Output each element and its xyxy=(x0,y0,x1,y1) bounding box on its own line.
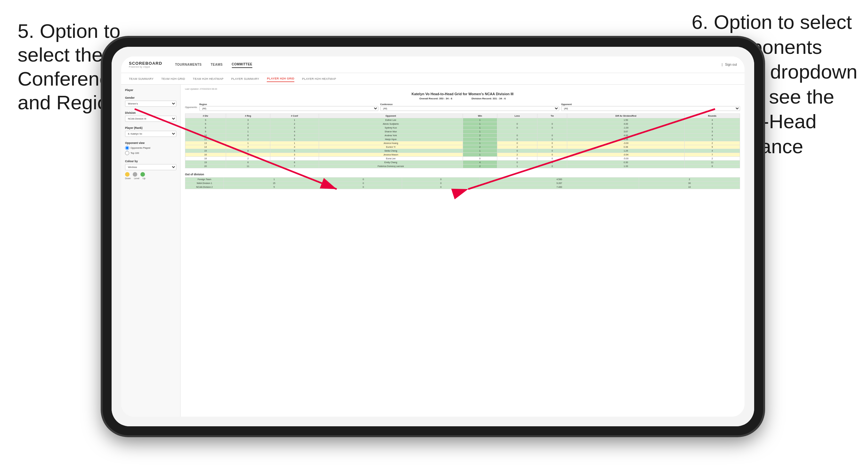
sidebar-colour-label: Colour by xyxy=(125,160,176,163)
cell-reg: 11 xyxy=(226,164,270,168)
cell-div: 9 xyxy=(185,130,226,134)
sidebar-gender-select[interactable]: Women's xyxy=(125,101,176,107)
sidebar-colour-select[interactable]: Win/loss xyxy=(125,164,176,170)
cell-opponent: Andrea York xyxy=(319,134,463,137)
cell-out-loss: 0 xyxy=(324,185,402,189)
cell-diff: 0.30 xyxy=(567,161,685,164)
cell-rounds: 3 xyxy=(685,130,740,134)
sidebar-player-rank-section: Player (Rank) 8. Katelyn Vo xyxy=(125,126,176,137)
nav-tournaments[interactable]: TOURNAMENTS xyxy=(175,62,202,68)
subnav-team-h2h-grid[interactable]: TEAM H2H GRID xyxy=(161,76,185,82)
nav-teams[interactable]: TEAMS xyxy=(211,62,223,68)
cell-tie: 0 xyxy=(537,157,567,161)
cell-diff: -5.00 xyxy=(567,157,685,161)
cell-opponent: Federica Domecq Lacroze xyxy=(319,164,463,168)
subnav-player-summary[interactable]: PLAYER SUMMARY xyxy=(231,76,259,82)
cell-rounds: 4 xyxy=(685,118,740,122)
cell-reg: 6 xyxy=(226,134,270,137)
cell-outname: Foreign Team xyxy=(185,178,224,181)
cell-tie xyxy=(537,118,567,122)
nav-separator: | xyxy=(722,63,723,66)
cell-diff: -3.00 xyxy=(567,142,685,145)
cell-loss: 2 xyxy=(497,153,537,157)
filter-row: Opponents: Region (All) Conference ( xyxy=(185,103,740,111)
cell-diff: 3.33 xyxy=(567,137,685,142)
cell-reg: 7 xyxy=(226,145,270,149)
subnav-player-h2h-heatmap[interactable]: PLAYER H2H HEATMAP xyxy=(302,76,336,82)
table-row: 9 1 4 Sharon Mun 1 3.67 3 xyxy=(185,130,740,134)
cell-out-rounds: 10 xyxy=(639,185,740,189)
cell-reg: 1 xyxy=(226,130,270,134)
sidebar-division-select[interactable]: NCAA Division III xyxy=(125,116,176,122)
filter-region-group: Region (All) xyxy=(199,103,378,111)
cell-conf: 3 xyxy=(270,153,319,157)
cell-opponent: Esther Lee xyxy=(319,118,463,122)
sidebar-radio-top100[interactable]: Top 100 xyxy=(125,151,176,155)
cell-rounds: 3 xyxy=(685,137,740,142)
sidebar-radio-opponents-played[interactable]: Opponents Played xyxy=(125,146,176,150)
cell-div: 3 xyxy=(185,118,226,122)
cell-out-tie: 0 xyxy=(402,185,480,189)
table-row: 18 2 2 Euna Lee 0 0 0 -5.00 2 xyxy=(185,157,740,161)
col-win: Win xyxy=(463,114,497,118)
sidebar-player-rank-select[interactable]: 8. Katelyn Vo xyxy=(125,131,176,137)
cell-loss: 0 xyxy=(497,137,537,142)
col-diff: Diff Av Strokes/Rnd xyxy=(567,114,685,118)
sidebar-gender-section: Gender Women's xyxy=(125,96,176,107)
table-row: 6 3 3 Sydney Kuo 1 0 0 -1.00 3 xyxy=(185,126,740,130)
cell-opponent: Euna Lee xyxy=(319,157,463,161)
subnav-team-summary[interactable]: TEAM SUMMARY xyxy=(129,76,154,82)
record-row: Overall Record: 353 - 34 - 6 Division Re… xyxy=(185,97,740,100)
cell-conf: 4 xyxy=(270,145,319,149)
filter-region-select[interactable]: (All) xyxy=(199,106,378,111)
cell-out-tie: 0 xyxy=(402,178,480,181)
main-content: Player Gender Women's Division NCAA Divi… xyxy=(121,85,745,417)
cell-div: 15 xyxy=(185,149,226,153)
cell-tie xyxy=(537,130,567,134)
cell-tie: 0 xyxy=(537,161,567,164)
cell-out-rounds: 30 xyxy=(639,181,740,185)
col-loss: Loss xyxy=(497,114,537,118)
cell-out-diff: 9.267 xyxy=(480,181,639,185)
sub-nav: TEAM SUMMARY TEAM H2H GRID TEAM H2H HEAT… xyxy=(121,73,745,85)
cell-win: 2 xyxy=(463,145,497,149)
sidebar-opponent-view-label: Opponent view xyxy=(125,142,176,145)
cell-rounds: 4 xyxy=(685,134,740,137)
cell-win: 1 xyxy=(463,153,497,157)
subnav-player-h2h-grid[interactable]: PLAYER H2H GRID xyxy=(267,75,294,82)
cell-tie: 0 xyxy=(537,126,567,130)
col-rounds: Rounds xyxy=(685,114,740,118)
col-tie: Tie xyxy=(537,114,567,118)
cell-tie: 0 xyxy=(537,134,567,137)
cell-win: 1 xyxy=(463,130,497,134)
brand-name: SCOREBOARD xyxy=(129,61,162,66)
sidebar-gender-label: Gender xyxy=(125,96,176,99)
sign-out-link[interactable]: Sign out xyxy=(725,63,737,66)
nav-committee[interactable]: COMMITTEE xyxy=(232,61,253,68)
cell-tie: 0 xyxy=(537,142,567,145)
cell-rounds: 3 xyxy=(685,122,740,126)
brand: SCOREBOARD Powered by clippd xyxy=(129,61,162,68)
cell-reg: 2 xyxy=(226,157,270,161)
tablet-screen: SCOREBOARD Powered by clippd TOURNAMENTS… xyxy=(112,47,754,426)
cell-opponent: Sharon Mun xyxy=(319,130,463,134)
sidebar: Player Gender Women's Division NCAA Divi… xyxy=(121,85,181,417)
subnav-team-h2h-heatmap[interactable]: TEAM H2H HEATMAP xyxy=(193,76,223,82)
cell-div: 20 xyxy=(185,164,226,168)
cell-opponent: Sydney Kuo xyxy=(319,126,463,130)
cell-win: 2 xyxy=(463,164,497,168)
cell-diff: 4.00 xyxy=(567,134,685,137)
cell-out-loss: 0 xyxy=(324,181,402,185)
filter-opponent-select[interactable]: (All) xyxy=(561,106,740,111)
sidebar-player-rank-label: Player (Rank) xyxy=(125,126,176,129)
filter-conference-label: Conference xyxy=(380,103,559,105)
filter-conference-select[interactable]: (All) xyxy=(380,106,559,111)
dot-up xyxy=(141,172,145,177)
cell-win: 1 xyxy=(463,118,497,122)
cell-win: 1 xyxy=(463,137,497,142)
sidebar-opponent-view-section: Opponent view Opponents Played Top 100 xyxy=(125,142,176,155)
cell-out-win: 5 xyxy=(224,185,325,189)
colour-label-up: Up xyxy=(143,177,146,180)
cell-div: 14 xyxy=(185,145,226,149)
filter-opponent-group: Opponent (All) xyxy=(561,103,740,111)
